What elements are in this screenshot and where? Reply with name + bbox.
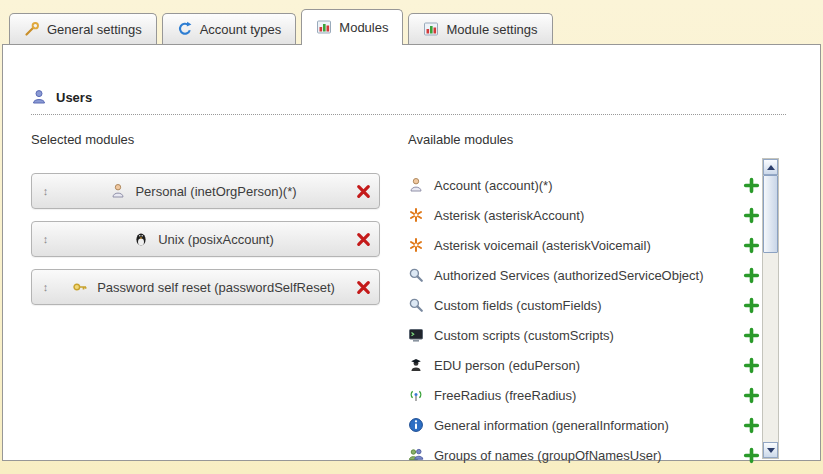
tab-bar: General settings Account types Modules M… <box>0 0 823 44</box>
available-module-label: Custom fields (customFields) <box>434 298 743 313</box>
selected-module-row[interactable]: ↕ Unix (posixAccount) <box>31 221 380 257</box>
available-modules-list: Account (account)(*) Asterisk (asteriskA… <box>408 170 760 470</box>
available-modules-heading: Available modules <box>408 132 760 148</box>
terminal-icon <box>408 327 425 344</box>
page-title: Users <box>56 90 92 105</box>
available-module-row: FreeRadius (freeRadius) <box>408 380 760 410</box>
available-module-row: Account (account)(*) <box>408 170 760 200</box>
selected-modules-column: Selected modules ↕ Personal (inetOrgPers… <box>31 132 381 470</box>
available-module-row: Asterisk voicemail (asteriskVoicemail) <box>408 230 760 260</box>
magnifier-icon <box>408 267 425 284</box>
tab-general-settings[interactable]: General settings <box>9 13 157 44</box>
selected-module-label: Personal (inetOrgPerson)(*) <box>135 184 296 199</box>
signal-icon <box>408 387 425 404</box>
refresh-arrows-icon <box>177 21 193 37</box>
arrow-up-icon <box>767 165 775 170</box>
available-module-label: Asterisk voicemail (asteriskVoicemail) <box>434 238 743 253</box>
selected-modules-list: ↕ Personal (inetOrgPerson)(*) ↕ <box>31 173 381 305</box>
drag-handle-icon[interactable]: ↕ <box>39 281 52 293</box>
add-module-icon[interactable] <box>743 177 760 194</box>
magnifier-icon <box>408 297 425 314</box>
add-module-icon[interactable] <box>743 237 760 254</box>
info-icon <box>408 417 425 434</box>
available-module-row: Custom scripts (customScripts) <box>408 320 760 350</box>
asterisk-icon <box>408 207 425 224</box>
available-module-row: Groups of names (groupOfNamesUser) <box>408 440 760 470</box>
group-icon <box>408 447 425 464</box>
modules-chart-icon <box>316 19 332 35</box>
available-module-row: Authorized Services (authorizedServiceOb… <box>408 260 760 290</box>
remove-module-icon[interactable] <box>355 279 372 296</box>
graduate-icon <box>408 357 425 374</box>
tab-label: General settings <box>47 22 142 37</box>
available-module-label: Account (account)(*) <box>434 178 743 193</box>
tab-label: Module settings <box>446 22 537 37</box>
available-module-row: Asterisk (asteriskAccount) <box>408 200 760 230</box>
add-module-icon[interactable] <box>743 447 760 464</box>
add-module-icon[interactable] <box>743 417 760 434</box>
add-module-icon[interactable] <box>743 357 760 374</box>
remove-module-icon[interactable] <box>355 183 372 200</box>
arrow-down-icon <box>767 448 775 453</box>
tab-label: Account types <box>200 22 282 37</box>
add-module-icon[interactable] <box>743 327 760 344</box>
available-module-label: General information (generalInformation) <box>434 418 743 433</box>
tab-modules[interactable]: Modules <box>301 9 403 44</box>
available-module-label: Groups of names (groupOfNamesUser) <box>434 448 743 463</box>
available-module-label: EDU person (eduPerson) <box>434 358 743 373</box>
add-module-icon[interactable] <box>743 267 760 284</box>
tab-module-settings[interactable]: Module settings <box>408 13 552 44</box>
person-icon <box>110 183 127 200</box>
selected-module-label: Password self reset (passwordSelfReset) <box>97 280 335 295</box>
available-module-label: Asterisk (asteriskAccount) <box>434 208 743 223</box>
available-module-label: Authorized Services (authorizedServiceOb… <box>434 268 743 283</box>
selected-modules-heading: Selected modules <box>31 132 381 148</box>
available-modules-scrollbar[interactable] <box>762 158 779 459</box>
available-module-label: FreeRadius (freeRadius) <box>434 388 743 403</box>
add-module-icon[interactable] <box>743 297 760 314</box>
users-section-header: Users <box>31 89 786 115</box>
available-module-row: EDU person (eduPerson) <box>408 350 760 380</box>
key-icon <box>72 279 89 296</box>
tab-label: Modules <box>339 20 388 35</box>
person-icon <box>408 177 425 194</box>
scrollbar-up-button[interactable] <box>763 159 778 175</box>
tab-account-types[interactable]: Account types <box>162 13 297 44</box>
available-module-row: General information (generalInformation) <box>408 410 760 440</box>
selected-module-label: Unix (posixAccount) <box>158 232 274 247</box>
scrollbar-thumb[interactable] <box>763 175 778 253</box>
selected-module-row[interactable]: ↕ Password self reset (passwordSelfReset… <box>31 269 380 305</box>
drag-handle-icon[interactable]: ↕ <box>39 233 52 245</box>
available-module-label: Custom scripts (customScripts) <box>434 328 743 343</box>
modules-panel: Users Selected modules ↕ Personal (inetO… <box>2 44 821 461</box>
add-module-icon[interactable] <box>743 207 760 224</box>
available-module-row: Custom fields (customFields) <box>408 290 760 320</box>
user-icon <box>31 89 48 106</box>
asterisk-icon <box>408 237 425 254</box>
scrollbar-down-button[interactable] <box>763 442 778 458</box>
add-module-icon[interactable] <box>743 387 760 404</box>
drag-handle-icon[interactable]: ↕ <box>39 185 52 197</box>
tools-icon <box>24 21 40 37</box>
available-modules-column: Available modules Account (account)(*) <box>408 132 760 470</box>
modules-columns: Selected modules ↕ Personal (inetOrgPers… <box>31 132 820 470</box>
modules-chart-icon <box>423 21 439 37</box>
remove-module-icon[interactable] <box>355 231 372 248</box>
selected-module-row[interactable]: ↕ Personal (inetOrgPerson)(*) <box>31 173 380 209</box>
tux-icon <box>133 231 150 248</box>
